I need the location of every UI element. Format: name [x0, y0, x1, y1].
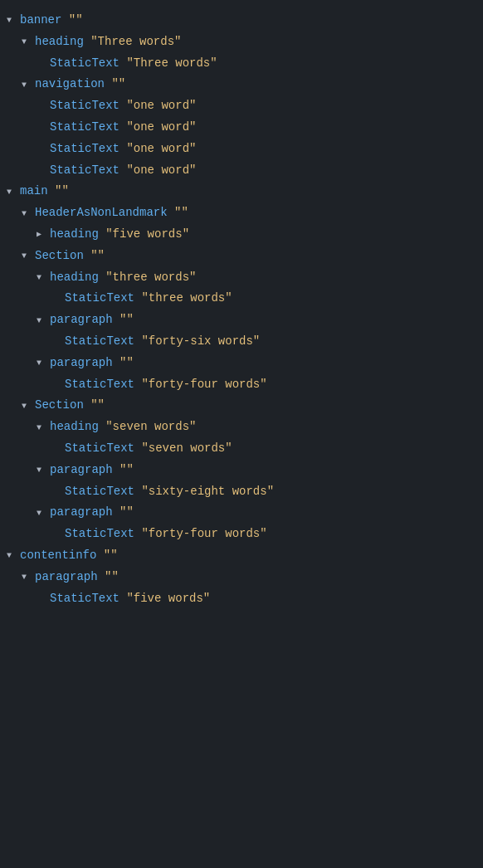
node-type-static-threewords: StaticText: [65, 289, 134, 309]
node-line-static-threewords[interactable]: StaticText "three words": [51, 288, 476, 310]
tree-node-heading-sevenwords: heading "seven words" StaticText "seven …: [37, 417, 476, 460]
node-line-static-sixtyeight[interactable]: StaticText "sixty-eight words": [51, 481, 476, 503]
node-type-static-oneword-2: StaticText: [50, 118, 120, 138]
node-line-section-2[interactable]: Section "": [22, 395, 476, 417]
node-type-static-three: StaticText: [50, 54, 120, 74]
node-line-static-fortysix[interactable]: StaticText "forty-six words": [51, 331, 476, 353]
node-line-banner[interactable]: banner "": [7, 10, 476, 32]
node-label-static-three: "Three words": [120, 54, 217, 74]
toggle-heading-three[interactable]: [22, 35, 33, 49]
tree-node-main: main "" HeaderAsNonLandmark "" heading "…: [7, 181, 476, 545]
node-type-static-fortyfour-2: StaticText: [65, 524, 134, 544]
toggle-para-fortyfour-2[interactable]: [37, 506, 48, 520]
toggle-para-fortyfour-1[interactable]: [37, 356, 48, 370]
node-line-main[interactable]: main "": [7, 181, 476, 202]
children-heading-sevenwords: StaticText "seven words": [51, 438, 476, 460]
node-label-static-oneword-4: "one word": [120, 161, 196, 181]
node-label-static-fortyfour-2: "forty-four words": [134, 524, 267, 544]
toggle-navigation[interactable]: [22, 78, 33, 92]
node-type-static-sevenwords: StaticText: [65, 439, 134, 459]
node-line-para-fortysix[interactable]: paragraph "": [37, 310, 476, 331]
node-type-para-fivewords: paragraph: [35, 568, 98, 588]
tree-node-para-fortyfour-1: paragraph "" StaticText "forty-four word…: [37, 353, 476, 396]
node-line-static-fivewords[interactable]: StaticText "five words": [37, 588, 476, 610]
node-type-static-oneword-1: StaticText: [50, 96, 120, 116]
node-type-para-fortyfour-2: paragraph: [50, 503, 113, 523]
node-line-para-sixtyeight[interactable]: paragraph "": [37, 460, 476, 481]
node-line-static-fortyfour-1[interactable]: StaticText "forty-four words": [51, 374, 476, 396]
tree-node-heading-threewords: heading "three words" StaticText "three …: [37, 267, 476, 310]
node-line-heading-sevenwords[interactable]: heading "seven words": [37, 417, 476, 438]
node-line-static-oneword-1[interactable]: StaticText "one word": [37, 95, 476, 117]
children-heading-three: StaticText "Three words": [37, 53, 476, 75]
toggle-heading-threewords[interactable]: [37, 271, 48, 285]
tree-node-section-1: Section "" heading "three words": [22, 246, 476, 396]
node-line-section-1[interactable]: Section "": [22, 246, 476, 267]
children-main: HeaderAsNonLandmark "" heading "five wor…: [22, 202, 476, 545]
node-type-navigation: navigation: [35, 75, 105, 95]
node-line-static-oneword-3[interactable]: StaticText "one word": [37, 139, 476, 160]
node-label-static-oneword-3: "one word": [120, 139, 196, 159]
node-line-contentinfo[interactable]: contentinfo "": [7, 545, 476, 567]
node-label-static-sevenwords: "seven words": [134, 439, 232, 459]
toggle-banner[interactable]: [7, 13, 18, 27]
node-line-heading-threewords[interactable]: heading "three words": [37, 267, 476, 289]
node-label-navigation: "": [105, 75, 125, 95]
node-label-para-fortyfour-2: "": [113, 503, 134, 523]
node-type-banner: banner: [20, 11, 61, 31]
toggle-section-1[interactable]: [22, 249, 33, 263]
node-type-heading-threewords: heading: [50, 268, 99, 288]
node-type-heading-fivewords: heading: [50, 225, 99, 245]
node-label-static-fortyfour-1: "forty-four words": [134, 375, 267, 395]
node-type-heading-sevenwords: heading: [50, 417, 99, 437]
node-label-main: "": [48, 182, 69, 202]
node-type-heading-three: heading: [35, 32, 84, 52]
node-label-heading-three: "Three words": [84, 32, 182, 52]
children-banner: heading "Three words" StaticText "Three …: [22, 32, 476, 182]
node-line-static-fortyfour-2[interactable]: StaticText "forty-four words": [51, 524, 476, 545]
node-label-para-fivewords: "": [98, 568, 119, 588]
tree-node-para-fortyfour-2: paragraph "" StaticText "forty-four word…: [37, 502, 476, 545]
node-label-static-fortysix: "forty-six words": [134, 332, 260, 352]
node-line-header-nonlandmark[interactable]: HeaderAsNonLandmark "": [22, 202, 476, 224]
node-type-static-fivewords: StaticText: [50, 589, 120, 609]
node-label-static-oneword-1: "one word": [120, 96, 196, 116]
node-label-heading-threewords: "three words": [99, 268, 197, 288]
node-line-para-fivewords[interactable]: paragraph "": [22, 567, 476, 588]
node-label-section-1: "": [84, 246, 105, 266]
node-type-static-oneword-4: StaticText: [50, 161, 120, 181]
toggle-header-nonlandmark[interactable]: [22, 207, 33, 221]
node-line-heading-fivewords[interactable]: heading "five words": [37, 224, 476, 246]
node-label-static-oneword-2: "one word": [120, 118, 196, 138]
toggle-para-sixtyeight[interactable]: [37, 463, 48, 477]
children-para-fortyfour-1: StaticText "forty-four words": [51, 374, 476, 396]
toggle-para-fivewords[interactable]: [22, 570, 33, 584]
node-type-para-sixtyeight: paragraph: [50, 461, 113, 480]
children-heading-threewords: StaticText "three words": [51, 288, 476, 310]
node-type-static-fortyfour-1: StaticText: [65, 375, 134, 395]
node-line-para-fortyfour-1[interactable]: paragraph "": [37, 353, 476, 374]
node-line-static-oneword-2[interactable]: StaticText "one word": [37, 117, 476, 139]
toggle-para-fortysix[interactable]: [37, 314, 48, 328]
children-para-fortyfour-2: StaticText "forty-four words": [51, 524, 476, 545]
node-line-static-sevenwords[interactable]: StaticText "seven words": [51, 438, 476, 460]
node-line-static-oneword-4[interactable]: StaticText "one word": [37, 160, 476, 182]
children-contentinfo: paragraph "" StaticText "five words": [22, 567, 476, 610]
node-label-para-sixtyeight: "": [113, 461, 134, 480]
tree-node-navigation: navigation "" StaticText "one word" Stat…: [22, 74, 476, 181]
node-line-heading-three[interactable]: heading "Three words": [22, 32, 476, 53]
node-type-static-sixtyeight: StaticText: [65, 482, 134, 502]
children-para-sixtyeight: StaticText "sixty-eight words": [51, 481, 476, 503]
toggle-main[interactable]: [7, 185, 18, 199]
node-label-contentinfo: "": [96, 546, 117, 566]
node-line-para-fortyfour-2[interactable]: paragraph "": [37, 502, 476, 524]
toggle-heading-fivewords[interactable]: [37, 227, 48, 241]
tree-node-contentinfo: contentinfo "" paragraph "" StaticText "…: [7, 545, 476, 609]
node-line-navigation[interactable]: navigation "": [22, 74, 476, 95]
toggle-heading-sevenwords[interactable]: [37, 421, 48, 435]
node-type-static-fortysix: StaticText: [65, 332, 134, 352]
node-type-header-nonlandmark: HeaderAsNonLandmark: [35, 203, 168, 223]
toggle-section-2[interactable]: [22, 399, 33, 413]
node-line-static-three[interactable]: StaticText "Three words": [37, 53, 476, 75]
toggle-contentinfo[interactable]: [7, 549, 18, 563]
